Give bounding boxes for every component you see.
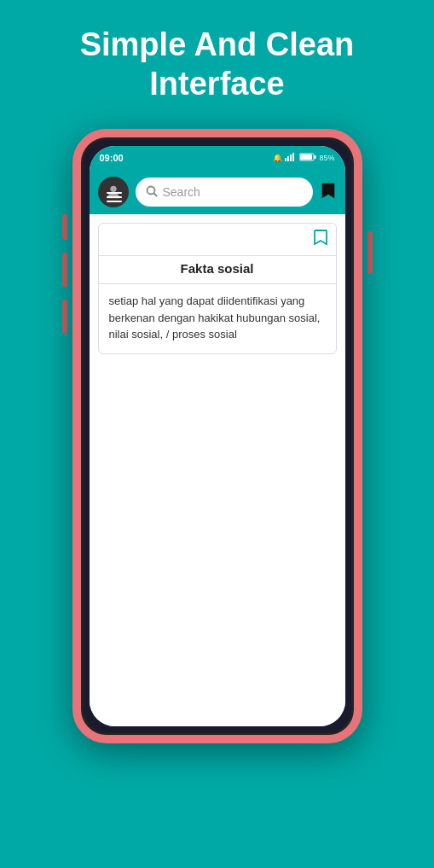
power-button (367, 231, 373, 274)
volume-down-button (62, 300, 67, 334)
content-area: Fakta sosial setiap hal yang dapat diide… (90, 214, 345, 726)
svg-line-9 (153, 193, 157, 196)
headline-line1: Simple And Clean (80, 26, 355, 62)
status-bar: 09:00 🔔 (90, 146, 345, 170)
svg-point-8 (147, 186, 154, 194)
card-header (99, 224, 336, 256)
svg-rect-5 (315, 155, 316, 159)
search-placeholder: Search (163, 185, 200, 199)
card: Fakta sosial setiap hal yang dapat diide… (98, 223, 337, 354)
bookmark-header-button[interactable] (320, 182, 337, 203)
menu-icon (107, 192, 122, 202)
headline: Simple And Clean Interface (46, 0, 389, 120)
app-bar: Search (90, 170, 345, 214)
volume-mute-button (62, 214, 67, 240)
battery-percent: 85% (319, 154, 334, 162)
phone-wrapper: 09:00 🔔 (72, 129, 362, 743)
card-title-row: Fakta sosial (99, 256, 336, 284)
svg-rect-2 (290, 154, 292, 161)
svg-rect-6 (300, 154, 312, 160)
card-bookmark-icon[interactable] (314, 229, 327, 250)
alarm-icon: 🔔 (273, 154, 282, 162)
card-body: setiap hal yang dapat diidentifikasi yan… (99, 284, 336, 353)
search-icon (146, 185, 158, 200)
volume-up-button (62, 253, 67, 287)
avatar[interactable] (98, 177, 129, 207)
card-description: setiap hal yang dapat diidentifikasi yan… (109, 293, 326, 343)
svg-point-7 (110, 186, 116, 192)
phone-frame: 09:00 🔔 (72, 129, 362, 743)
card-title: Fakta sosial (181, 261, 254, 276)
search-bar[interactable]: Search (136, 178, 313, 207)
svg-rect-0 (285, 158, 286, 161)
headline-line2: Interface (149, 66, 284, 102)
svg-rect-3 (292, 153, 294, 161)
status-time: 09:00 (100, 153, 124, 163)
svg-rect-1 (287, 156, 289, 161)
phone-inner: 09:00 🔔 (90, 146, 345, 726)
battery-icon (299, 153, 316, 163)
status-icons: 🔔 (273, 153, 334, 163)
signal-icon (285, 153, 297, 163)
